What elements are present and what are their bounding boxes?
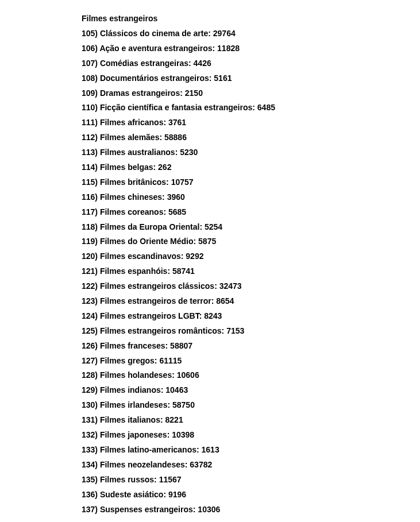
item-number: 136: [82, 490, 95, 499]
list-item: 105) Clássicos do cinema de arte: 29764: [82, 26, 397, 41]
item-code: 262: [158, 163, 171, 172]
item-label: Filmes latino-americanos: [100, 445, 196, 454]
item-label: Filmes estrangeiros de terror: [100, 296, 211, 306]
item-number: 116: [82, 192, 95, 202]
list-item: 110) Ficção científica e fantasia estran…: [82, 100, 397, 115]
item-label: Suspenses estrangeiros: [100, 505, 193, 514]
list-item: 114) Filmes belgas: 262: [82, 160, 397, 175]
item-label: Filmes coreanos: [100, 207, 164, 216]
item-label: Ação e aventura estrangeiros: [99, 44, 212, 53]
item-code: 3761: [168, 118, 186, 127]
item-number: 115: [82, 177, 95, 187]
item-label: Filmes do Oriente Médio: [100, 237, 194, 246]
item-label: Filmes chineses: [100, 192, 162, 202]
item-code: 5685: [168, 207, 186, 216]
item-number: 112: [82, 133, 95, 142]
item-label: Ficção científica e fantasia estrangeiro…: [100, 103, 252, 112]
item-label: Filmes espanhóis: [100, 266, 167, 276]
item-number: 113: [82, 148, 95, 157]
item-label: Filmes neozelandeses: [100, 460, 185, 469]
item-label: Filmes holandeses: [100, 370, 172, 380]
item-number: 118: [82, 222, 95, 231]
item-number: 110: [82, 103, 95, 112]
item-code: 6485: [257, 103, 275, 112]
item-code: 3960: [167, 192, 185, 202]
item-label: Filmes da Europa Oriental: [100, 222, 200, 231]
item-label: Comédias estrangeiras: [100, 59, 188, 68]
item-label: Filmes indianos: [100, 385, 161, 395]
list-item: 108) Documentários estrangeiros: 5161: [82, 71, 397, 86]
item-label: Filmes australianos: [100, 148, 175, 157]
item-code: 5254: [205, 222, 222, 231]
item-number: 106: [82, 44, 95, 53]
item-label: Filmes estrangeiros LGBT: [100, 311, 199, 320]
item-label: Filmes escandinavos: [100, 252, 181, 261]
item-number: 127: [82, 356, 95, 365]
list-item: 112) Filmes alemães: 58886: [82, 130, 397, 145]
item-number: 108: [82, 74, 95, 83]
list-item: 116) Filmes chineses: 3960: [82, 190, 397, 205]
item-number: 125: [82, 326, 95, 335]
item-number: 111: [82, 118, 95, 127]
item-code: 61115: [159, 356, 182, 365]
item-code: 5875: [198, 237, 216, 246]
item-number: 114: [82, 163, 95, 172]
list-item: 106) Ação e aventura estrangeiros: 11828: [82, 41, 397, 56]
list-item: 131) Filmes italianos: 8221: [82, 413, 397, 428]
item-code: 10757: [171, 177, 194, 187]
item-number: 107: [82, 59, 95, 68]
list-item: 130) Filmes irlandeses: 58750: [82, 398, 397, 413]
item-label: Filmes estrangeiros românticos: [100, 326, 222, 335]
list-item: 122) Filmes estrangeiros clássicos: 3247…: [82, 279, 397, 294]
list-item: 125) Filmes estrangeiros românticos: 715…: [82, 324, 397, 339]
item-label: Filmes belgas: [100, 163, 153, 172]
list-item: 107) Comédias estrangeiras: 4426: [82, 56, 397, 71]
item-number: 132: [82, 430, 95, 439]
item-label: Filmes japoneses: [100, 430, 167, 439]
item-number: 123: [82, 296, 95, 306]
document-content: Filmes estrangeiros 105) Clássicos do ci…: [0, 0, 420, 517]
list-item: 134) Filmes neozelandeses: 63782: [82, 458, 397, 473]
item-code: 58886: [164, 133, 187, 142]
item-code: 9196: [168, 490, 186, 499]
item-number: 129: [82, 385, 95, 395]
list-item: 128) Filmes holandeses: 10606: [82, 368, 397, 383]
list-item: 135) Filmes russos: 11567: [82, 473, 397, 488]
item-number: 131: [82, 415, 95, 424]
item-code: 29764: [213, 29, 236, 38]
list-item: 133) Filmes latino-americanos: 1613: [82, 443, 397, 458]
list-item: 127) Filmes gregos: 61115: [82, 354, 397, 369]
list-item: 132) Filmes japoneses: 10398: [82, 428, 397, 443]
list-item: 136) Sudeste asiático: 9196: [82, 488, 397, 502]
item-number: 124: [82, 311, 95, 320]
item-label: Filmes britânicos: [100, 177, 166, 187]
item-number: 137: [82, 505, 95, 514]
list-item: 115) Filmes britânicos: 10757: [82, 175, 397, 190]
item-number: 105: [82, 29, 95, 38]
section-heading: Filmes estrangeiros: [82, 14, 397, 23]
item-number: 135: [82, 475, 95, 484]
item-code: 10306: [198, 505, 220, 514]
item-code: 32473: [219, 281, 242, 291]
list-item: 126) Filmes franceses: 58807: [82, 339, 397, 354]
item-code: 7153: [226, 326, 244, 335]
item-label: Filmes africanos: [100, 118, 164, 127]
item-number: 128: [82, 370, 95, 380]
item-label: Clássicos do cinema de arte: [100, 29, 208, 38]
item-number: 126: [82, 341, 95, 350]
category-list: 105) Clássicos do cinema de arte: 297641…: [82, 26, 397, 517]
item-number: 119: [82, 237, 95, 246]
item-code: 11828: [217, 44, 240, 53]
item-code: 58807: [170, 341, 192, 350]
item-label: Filmes estrangeiros clássicos: [100, 281, 214, 291]
item-label: Filmes alemães: [100, 133, 160, 142]
item-number: 117: [82, 207, 95, 216]
list-item: 109) Dramas estrangeiros: 2150: [82, 86, 397, 101]
list-item: 120) Filmes escandinavos: 9292: [82, 249, 397, 264]
item-number: 121: [82, 266, 95, 276]
item-label: Dramas estrangeiros: [100, 88, 180, 98]
list-item: 129) Filmes indianos: 10463: [82, 383, 397, 398]
item-label: Documentários estrangeiros: [100, 74, 209, 83]
item-label: Filmes russos: [100, 475, 154, 484]
list-item: 121) Filmes espanhóis: 58741: [82, 264, 397, 279]
